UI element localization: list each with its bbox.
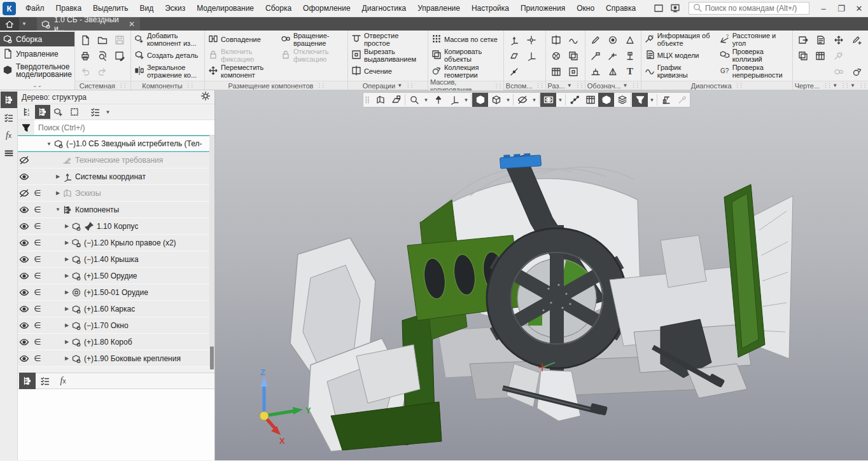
curvature-graph-button[interactable]: График кривизны [643, 64, 717, 79]
wireframe-display-button[interactable] [488, 93, 504, 107]
axis-button[interactable] [506, 64, 523, 79]
visibility-icon[interactable] [18, 354, 31, 364]
bottom-tab-parameters[interactable] [37, 373, 53, 389]
group-grip[interactable]: ⋮⋮ [841, 83, 848, 88]
menu-management[interactable]: Управление [412, 0, 466, 17]
expand-icon[interactable]: ▶ [53, 174, 62, 179]
menu-sketch[interactable]: Эскиз [159, 0, 191, 17]
expand-icon[interactable]: ▶ [62, 273, 71, 279]
group-grip[interactable]: ⋮⋮ [118, 83, 126, 88]
orientation-dropdown-icon[interactable]: ▼ [462, 93, 470, 107]
visibility-icon[interactable] [18, 172, 31, 182]
home-button[interactable] [0, 17, 19, 31]
mass-properties-button[interactable]: МЦХ модели [643, 48, 717, 64]
workspace-expand-icon[interactable]: ⌄⌄ [0, 82, 74, 88]
local-cs-button[interactable] [523, 48, 540, 64]
zoom-dropdown-icon[interactable]: ▼ [422, 93, 430, 107]
add-view-button[interactable] [849, 48, 866, 64]
tree-row-sketches[interactable]: ∈ ▶ Эскизы [18, 185, 214, 202]
workspace-management[interactable]: Управление [0, 46, 74, 61]
sketch-button[interactable] [372, 93, 388, 107]
command-search[interactable] [689, 2, 809, 15]
object-info-button[interactable]: ? Информация об объекте [643, 32, 717, 48]
arrow-tool-button[interactable] [830, 32, 848, 48]
parameters-panel-tab[interactable] [1, 109, 17, 126]
menu-settings[interactable]: Настройка [466, 0, 515, 17]
tree-row-coordinate-systems[interactable]: ▶ Системы координат [18, 169, 214, 185]
cut-extrude-button[interactable]: Вырезать выдавливанием [350, 48, 428, 64]
expand-icon[interactable]: ▶ [53, 190, 62, 196]
tree-display-options-button[interactable] [88, 105, 103, 119]
variables-panel-tab[interactable]: fx [1, 127, 17, 144]
open-file-button[interactable] [94, 32, 111, 48]
redo-button[interactable] [94, 64, 111, 79]
datum-plane-button[interactable] [506, 32, 523, 48]
clipboard-grid-button[interactable] [582, 93, 598, 107]
model-starfighter[interactable]: Z Y X [215, 90, 868, 460]
minimize-button[interactable]: – [815, 1, 832, 16]
group-grip[interactable]: ⋮⋮ [858, 83, 866, 88]
visibility-icon[interactable] [18, 320, 31, 331]
group-grip[interactable]: ⋮⋮ [735, 83, 743, 88]
add-rotate-button[interactable] [849, 64, 866, 79]
menu-window[interactable]: Окно [571, 0, 600, 17]
expand-icon[interactable]: ▶ [62, 223, 71, 229]
tree-row-karkas[interactable]: ∈ ▶ (+)1.60 Каркас [18, 301, 214, 317]
save-button[interactable] [111, 32, 129, 48]
delete-face-button[interactable] [548, 48, 565, 64]
gear-icon[interactable] [200, 91, 211, 103]
simple-hole-button[interactable]: Отверстие простое [350, 32, 428, 48]
expand-icon[interactable]: ▶ [62, 240, 71, 245]
group-grip[interactable]: ⋮⋮ [405, 83, 413, 88]
export-drawing-button[interactable] [795, 32, 812, 48]
bom-button[interactable] [812, 32, 829, 48]
tree-selection-button[interactable] [67, 105, 82, 119]
tree-row-tech-requirements[interactable]: Технические требования [18, 152, 214, 169]
menu-styling[interactable]: Оформление [297, 0, 356, 17]
layers-button[interactable] [614, 93, 630, 107]
continuity-check-button[interactable]: G? Проверка непрерывности [718, 64, 794, 79]
move-component-button[interactable]: Переместить компонент [207, 64, 278, 79]
position-leader-button[interactable] [622, 48, 639, 64]
menu-applications[interactable]: Приложения [515, 0, 571, 17]
group-grip[interactable]: ⋮⋮ [631, 83, 638, 88]
section-button[interactable]: Сечение [350, 64, 428, 79]
patch-button[interactable] [565, 48, 582, 64]
visibility-icon[interactable] [18, 287, 31, 298]
angle-mark-button[interactable] [622, 32, 639, 48]
tree-row-okno[interactable]: ∈ ▶ (−)1.70 Окно [18, 317, 214, 334]
tree-row-orudie[interactable]: ∈ ▶ (+)1.50 Орудие [18, 268, 214, 284]
text-button[interactable]: T [622, 64, 639, 79]
expand-icon[interactable]: ▶ [62, 355, 71, 361]
datum-point-button[interactable] [523, 32, 540, 48]
expand-icon[interactable]: ▶ [62, 306, 71, 312]
hide-dropdown-icon[interactable]: ▼ [530, 93, 538, 107]
tree-row-root[interactable]: ▼ (−)1.0 СБ Звездный истребитель (Тел- [18, 135, 214, 152]
tolerance-button[interactable] [605, 64, 622, 79]
menu-diagnostics[interactable]: Диагностика [356, 0, 412, 17]
visibility-icon[interactable] [18, 304, 31, 314]
undo-button[interactable] [77, 64, 94, 79]
add-component-button[interactable]: Добавить компонент из... [133, 32, 204, 48]
hide-objects-button[interactable] [514, 93, 530, 107]
new-file-button[interactable] [77, 32, 94, 48]
coincide-button[interactable]: Совпадение [207, 32, 278, 48]
tree-structure-view-button[interactable] [35, 105, 50, 119]
section-display-button[interactable] [598, 93, 614, 107]
report-table-button[interactable] [812, 48, 829, 64]
menu-assembly[interactable]: Сборка [260, 0, 297, 17]
autoaxis-button[interactable] [587, 32, 605, 48]
toolbar-drag-handle[interactable] [363, 93, 372, 107]
tree-row-wing-right[interactable]: ∈ ▶ (−)1.20 Крыло правое (x2) [18, 235, 214, 251]
document-tab[interactable]: 1.0 СБ - Звёздный и... ✕ [37, 17, 140, 31]
tab-close-icon[interactable]: ✕ [127, 20, 136, 29]
print-preview-button[interactable] [94, 48, 111, 64]
filter-dropdown-icon[interactable]: ▼ [648, 93, 656, 107]
visibility-off-icon[interactable] [18, 155, 31, 165]
workspace-assembly[interactable]: Сборка [0, 32, 74, 46]
visibility-icon[interactable] [18, 205, 31, 215]
structure-tool-button[interactable] [658, 93, 674, 107]
tree-row-orudie-01[interactable]: ∈ ▶ (+)1.50-01 Орудие [18, 284, 214, 301]
scrollbar-thumb[interactable] [210, 347, 214, 369]
home-dropdown-icon[interactable]: ▼ [19, 17, 29, 31]
